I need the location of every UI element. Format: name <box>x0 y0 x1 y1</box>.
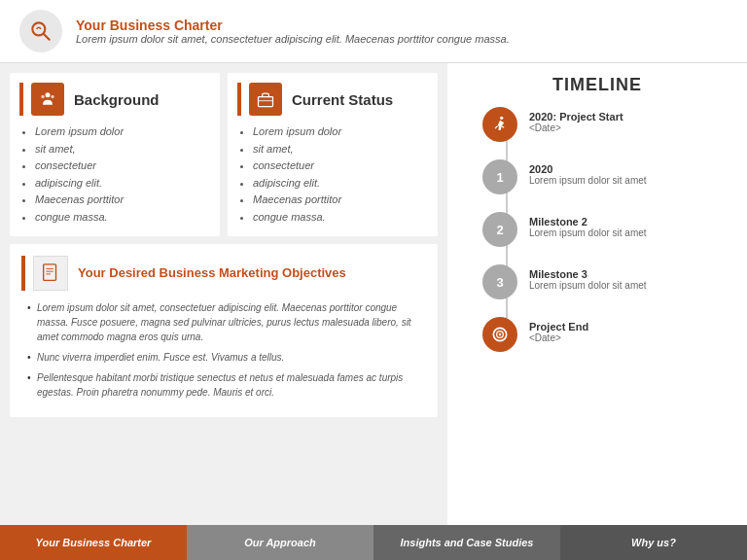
list-item: sit amet, <box>35 141 210 158</box>
footer-item[interactable]: Your Business Charter <box>0 525 187 560</box>
objective-bullet: Pellentesque habitant morbi tristique se… <box>25 370 426 400</box>
timeline-panel: TIMELINE 2020: Project Start<Date>12020L… <box>447 63 747 525</box>
search-icon <box>28 18 53 44</box>
timeline-item: 2020: Project Start<Date> <box>482 107 623 142</box>
background-icon <box>31 83 64 116</box>
timeline-content: 2020Lorem ipsum dolor sit amet <box>529 159 647 186</box>
timeline-item-title: Project End <box>529 321 588 332</box>
header-title: Your Business Charter <box>76 18 510 33</box>
objectives-card-header: Your Desired Business Marketing Objectiv… <box>21 256 426 291</box>
timeline-item-subtitle: Lorem ipsum dolor sit amet <box>529 280 647 291</box>
timeline-item-subtitle: Lorem ipsum dolor sit amet <box>529 175 647 186</box>
current-status-title: Current Status <box>292 91 393 108</box>
timeline-item-subtitle: <Date> <box>529 332 588 343</box>
svg-point-3 <box>41 95 44 98</box>
top-cards: Background Lorem ipsum dolorsit amet,con… <box>10 73 438 236</box>
people-icon <box>38 89 57 109</box>
timeline-item-subtitle: <Date> <box>529 122 623 133</box>
objectives-title: Your Desired Business Marketing Objectiv… <box>78 265 346 280</box>
footer-item[interactable]: Insights and Case Studies <box>374 525 560 560</box>
current-status-card: Current Status Lorem ipsum dolorsit amet… <box>228 73 438 236</box>
timeline-item-title: Milestone 3 <box>529 268 647 280</box>
current-status-card-header: Current Status <box>237 83 428 116</box>
list-item: Lorem ipsum dolor <box>253 123 428 141</box>
header-text: Your Business Charter Lorem ipsum dolor … <box>76 18 510 45</box>
objectives-bullets: Lorem ipsum dolor sit amet, consectetuer… <box>21 300 426 400</box>
list-item: sit amet, <box>253 141 428 158</box>
svg-point-2 <box>46 92 51 97</box>
briefcase-icon <box>256 89 275 109</box>
list-item: adipiscing elit. <box>253 175 428 192</box>
footer: Your Business CharterOur ApproachInsight… <box>0 525 747 560</box>
objectives-card: Your Desired Business Marketing Objectiv… <box>10 244 438 417</box>
objectives-icon <box>33 256 68 291</box>
timeline-item-subtitle: Lorem ipsum dolor sit amet <box>529 228 647 238</box>
timeline-node: 2 <box>482 212 517 247</box>
svg-rect-7 <box>44 263 56 280</box>
timeline-item: Project End<Date> <box>482 317 588 352</box>
objective-bullet: Lorem ipsum dolor sit amet, consectetuer… <box>25 300 426 344</box>
timeline-node: 1 <box>482 159 517 194</box>
document-icon <box>40 262 61 284</box>
background-card: Background Lorem ipsum dolorsit amet,con… <box>10 73 220 236</box>
footer-item[interactable]: Why us? <box>560 525 747 560</box>
list-item: consectetuer <box>253 158 428 175</box>
timeline-item-title: 2020 <box>529 163 647 175</box>
list-item: congue massa. <box>35 209 210 227</box>
objective-bullet: Nunc viverra imperdiet enim. Fusce est. … <box>25 350 426 365</box>
background-list: Lorem ipsum dolorsit amet,consectetuerad… <box>19 123 210 227</box>
timeline-node <box>482 317 517 352</box>
footer-item[interactable]: Our Approach <box>187 525 374 560</box>
svg-point-4 <box>51 95 53 98</box>
timeline-item-title: Milestone 2 <box>529 216 647 228</box>
svg-point-14 <box>499 333 502 336</box>
timeline-item-title: 2020: Project Start <box>529 111 623 122</box>
timeline-content: Project End<Date> <box>529 317 588 343</box>
current-status-icon <box>249 83 282 116</box>
timeline-title: TIMELINE <box>463 75 731 95</box>
header-subtitle: Lorem ipsum dolor sit amet, consectetuer… <box>76 33 510 45</box>
timeline-content: 2020: Project Start<Date> <box>529 107 623 133</box>
timeline-node: 3 <box>482 264 517 299</box>
svg-rect-5 <box>259 97 273 107</box>
svg-line-1 <box>44 34 50 40</box>
current-status-list: Lorem ipsum dolorsit amet,consectetuerad… <box>237 123 428 227</box>
list-item: Maecenas porttitor <box>253 192 428 209</box>
timeline-item: 3Milestone 3Lorem ipsum dolor sit amet <box>482 264 647 299</box>
header: Your Business Charter Lorem ipsum dolor … <box>0 0 747 63</box>
timeline: 2020: Project Start<Date>12020Lorem ipsu… <box>463 107 731 369</box>
list-item: congue massa. <box>253 209 428 227</box>
list-item: adipiscing elit. <box>35 175 210 192</box>
main-content: Background Lorem ipsum dolorsit amet,con… <box>0 63 747 525</box>
timeline-item: 2Milestone 2Lorem ipsum dolor sit amet <box>482 212 647 247</box>
background-title: Background <box>74 91 160 108</box>
list-item: Lorem ipsum dolor <box>35 123 210 141</box>
timeline-item: 12020Lorem ipsum dolor sit amet <box>482 159 647 194</box>
left-panel: Background Lorem ipsum dolorsit amet,con… <box>0 63 447 525</box>
header-icon <box>19 10 62 52</box>
timeline-content: Milestone 2Lorem ipsum dolor sit amet <box>529 212 647 238</box>
list-item: consectetuer <box>35 158 210 175</box>
background-card-header: Background <box>19 83 210 116</box>
list-item: Maecenas porttitor <box>35 192 210 209</box>
timeline-content: Milestone 3Lorem ipsum dolor sit amet <box>529 264 647 291</box>
svg-point-11 <box>500 117 503 120</box>
timeline-node <box>482 107 517 142</box>
